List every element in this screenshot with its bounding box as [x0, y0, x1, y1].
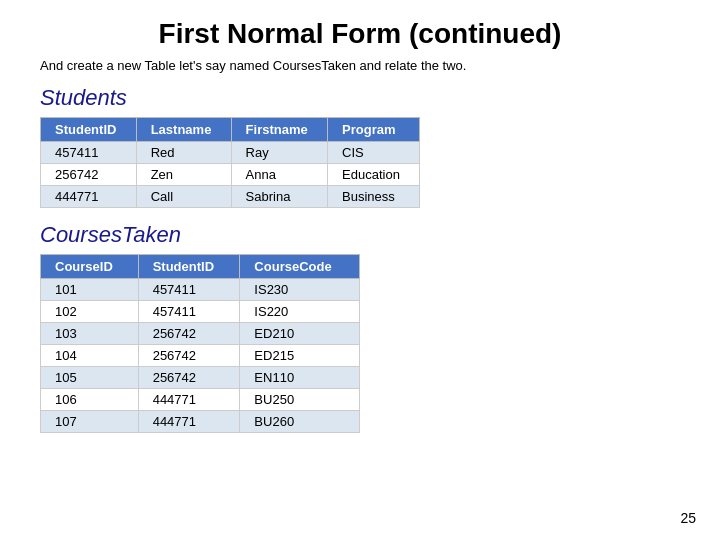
table-cell: 256742	[138, 367, 240, 389]
students-col-firstname: Firstname	[231, 118, 327, 142]
courses-col-studentid: StudentID	[138, 255, 240, 279]
table-cell: Zen	[136, 164, 231, 186]
page-number: 25	[680, 510, 696, 526]
page-subtitle: And create a new Table let's say named C…	[40, 58, 680, 73]
table-cell: IS220	[240, 301, 360, 323]
table-cell: 101	[41, 279, 139, 301]
table-cell: Sabrina	[231, 186, 327, 208]
table-cell: BU260	[240, 411, 360, 433]
table-cell: EN110	[240, 367, 360, 389]
students-col-studentid: StudentID	[41, 118, 137, 142]
table-cell: Call	[136, 186, 231, 208]
table-row: 444771CallSabrinaBusiness	[41, 186, 420, 208]
table-cell: 444771	[41, 186, 137, 208]
table-cell: 256742	[138, 323, 240, 345]
students-col-program: Program	[328, 118, 420, 142]
students-table: StudentID Lastname Firstname Program 457…	[40, 117, 420, 208]
table-cell: 256742	[41, 164, 137, 186]
table-cell: BU250	[240, 389, 360, 411]
table-cell: ED210	[240, 323, 360, 345]
table-row: 106444771BU250	[41, 389, 360, 411]
table-cell: 457411	[138, 301, 240, 323]
table-row: 104256742ED215	[41, 345, 360, 367]
table-cell: Red	[136, 142, 231, 164]
table-row: 107444771BU260	[41, 411, 360, 433]
table-row: 105256742EN110	[41, 367, 360, 389]
table-cell: 105	[41, 367, 139, 389]
table-row: 457411RedRayCIS	[41, 142, 420, 164]
table-row: 256742ZenAnnaEducation	[41, 164, 420, 186]
courses-table: CourseID StudentID CourseCode 101457411I…	[40, 254, 360, 433]
table-row: 101457411IS230	[41, 279, 360, 301]
table-cell: ED215	[240, 345, 360, 367]
table-cell: CIS	[328, 142, 420, 164]
page-title: First Normal Form (continued)	[40, 18, 680, 50]
courses-col-courseid: CourseID	[41, 255, 139, 279]
table-cell: 106	[41, 389, 139, 411]
table-cell: 102	[41, 301, 139, 323]
students-header-row: StudentID Lastname Firstname Program	[41, 118, 420, 142]
table-cell: 444771	[138, 411, 240, 433]
courses-header-row: CourseID StudentID CourseCode	[41, 255, 360, 279]
page: First Normal Form (continued) And create…	[0, 0, 720, 540]
courses-section-title: CoursesTaken	[40, 222, 680, 248]
table-cell: Education	[328, 164, 420, 186]
table-cell: 444771	[138, 389, 240, 411]
table-cell: 107	[41, 411, 139, 433]
table-cell: Ray	[231, 142, 327, 164]
table-cell: Anna	[231, 164, 327, 186]
table-cell: 457411	[41, 142, 137, 164]
table-cell: 256742	[138, 345, 240, 367]
students-col-lastname: Lastname	[136, 118, 231, 142]
table-row: 102457411IS220	[41, 301, 360, 323]
table-cell: 103	[41, 323, 139, 345]
table-cell: IS230	[240, 279, 360, 301]
courses-col-coursecode: CourseCode	[240, 255, 360, 279]
table-cell: Business	[328, 186, 420, 208]
students-section-title: Students	[40, 85, 680, 111]
table-cell: 457411	[138, 279, 240, 301]
table-cell: 104	[41, 345, 139, 367]
table-row: 103256742ED210	[41, 323, 360, 345]
